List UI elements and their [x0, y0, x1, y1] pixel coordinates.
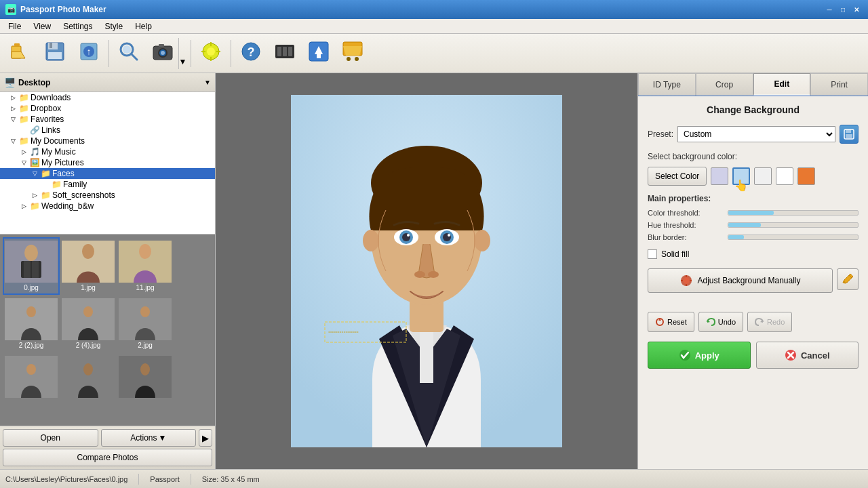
thumbnail-2[interactable]: 2.jpg: [117, 295, 174, 352]
compare-photos-button[interactable]: Compare Photos: [3, 449, 212, 466]
minimize-button[interactable]: ─: [823, 3, 835, 16]
open-button[interactable]: Open: [3, 429, 98, 447]
thumb-label-2-4: 2 (4).jpg: [76, 342, 101, 349]
thumbnail-3[interactable]: [3, 352, 60, 403]
thumbnail-0[interactable]: 0.jpg: [3, 237, 60, 295]
tree-item-downloads[interactable]: ▷ 📁 Downloads: [0, 92, 215, 103]
folder-icon-family: 📁: [52, 180, 62, 189]
thumbnail-4[interactable]: [60, 352, 117, 403]
menu-file[interactable]: File: [3, 20, 26, 33]
thumbnail-5[interactable]: [117, 352, 174, 403]
tree-item-favorites[interactable]: ▽ 📁 Favorites: [0, 114, 215, 125]
right-panel: ID Type Crop Edit Print Change Backgroun…: [637, 73, 868, 469]
enhance-icon: [200, 41, 222, 66]
blur-border-slider[interactable]: [728, 235, 859, 240]
redo-icon: [755, 317, 764, 327]
reset-button[interactable]: Reset: [648, 312, 694, 332]
menu-help[interactable]: Help: [130, 20, 157, 33]
tree-item-mypictures[interactable]: ▽ 🖼️ My Pictures: [0, 157, 215, 168]
maximize-button[interactable]: □: [837, 3, 849, 16]
upload-toolbar-button[interactable]: [303, 38, 334, 69]
solid-fill-row: Solid fill: [648, 249, 859, 259]
open-toolbar-button[interactable]: [5, 38, 37, 69]
adjust-bg-button[interactable]: Adjust Background Manually: [648, 268, 833, 293]
swatch-orange[interactable]: [797, 167, 815, 185]
redo-button[interactable]: Redo: [747, 312, 792, 332]
thumb-label-2-2: 2 (2).jpg: [19, 342, 44, 349]
folder-icon-faces: 📁: [41, 169, 51, 178]
svg-point-43: [82, 244, 94, 259]
status-bar: C:\Users\Lesley\Pictures\Faces\0.jpg Pas…: [0, 469, 868, 488]
swatch-lightblue[interactable]: 👆: [732, 167, 750, 185]
tab-edit[interactable]: Edit: [753, 73, 811, 96]
cart-icon: [342, 41, 363, 66]
panel-title: Change Background: [648, 104, 859, 115]
preset-save-button[interactable]: [840, 125, 859, 144]
svg-point-16: [161, 51, 165, 55]
thumbnail-11[interactable]: 11.jpg: [117, 237, 174, 295]
svg-text:••••••••••••••••: ••••••••••••••••: [328, 329, 359, 335]
camera-icon: [152, 41, 174, 66]
help-toolbar-button[interactable]: ?: [235, 38, 267, 69]
thumbnail-2-4[interactable]: 2 (4).jpg: [60, 295, 117, 352]
expand-icon: ▷: [33, 192, 39, 199]
camera-dropdown-button[interactable]: ▼: [178, 38, 186, 69]
apply-button[interactable]: Apply: [648, 342, 751, 369]
tree-item-dropbox[interactable]: ▷ 📁 Dropbox: [0, 103, 215, 114]
undo-button[interactable]: Undo: [698, 312, 743, 332]
svg-point-51: [140, 306, 150, 317]
menu-view[interactable]: View: [28, 20, 56, 33]
tab-print[interactable]: Print: [810, 73, 868, 96]
thumbnails-wrapper: 0.jpg 1.jpg: [0, 235, 215, 426]
pencil-button[interactable]: [837, 268, 859, 290]
adjust-bg-icon: [679, 274, 693, 287]
menu-style[interactable]: Style: [100, 20, 129, 33]
preset-select[interactable]: Custom White Light Blue Gray: [677, 126, 835, 142]
color-threshold-slider[interactable]: [728, 210, 859, 216]
save-toolbar-button[interactable]: [39, 38, 71, 69]
thumbnails-panel: 0.jpg 1.jpg: [0, 235, 215, 426]
blur-border-row: Blur border:: [648, 233, 859, 241]
actions-extra-button[interactable]: ▶: [199, 429, 212, 447]
thumbnail-1[interactable]: 1.jpg: [60, 237, 117, 295]
solid-fill-checkbox[interactable]: [648, 249, 657, 259]
hue-threshold-slider[interactable]: [728, 222, 859, 228]
swatch-lightgray[interactable]: [754, 167, 772, 185]
cancel-button[interactable]: Cancel: [756, 342, 859, 369]
toolbar: ↑ ▼: [0, 34, 868, 73]
cart-toolbar-button[interactable]: [337, 38, 368, 69]
close-button[interactable]: ✕: [850, 3, 863, 16]
actions-dropdown-icon: ▼: [158, 433, 166, 443]
tree-item-faces[interactable]: ▽ 📁 Faces: [0, 168, 215, 179]
folder-dropdown-button[interactable]: ▼: [204, 79, 211, 86]
main-content: 🖥️ Desktop ▼ ▷ 📁 Downloads ▷ 📁 Dropbox: [0, 73, 868, 469]
film-toolbar-button[interactable]: [269, 38, 300, 69]
tree-item-mymusic[interactable]: ▷ 🎵 My Music: [0, 146, 215, 157]
thumb-img-1: [62, 241, 115, 283]
camera-toolbar-button[interactable]: [147, 38, 178, 69]
app-icon: 📷: [5, 4, 16, 15]
tree-item-links[interactable]: 🔗 Links: [0, 125, 215, 136]
zoom-toolbar-button[interactable]: [113, 38, 144, 69]
tree-item-weddingbw[interactable]: ▷ 📁 Wedding_b&w: [0, 201, 215, 211]
svg-marker-34: [343, 46, 362, 56]
swatch-lavender[interactable]: [711, 167, 728, 185]
svg-point-38: [24, 245, 38, 261]
thumbnail-2-2[interactable]: 2 (2).jpg: [3, 295, 60, 352]
tree-item-family[interactable]: 📁 Family: [0, 179, 215, 190]
tab-crop[interactable]: Crop: [696, 73, 753, 96]
camera-toolbar-group: ▼: [147, 38, 186, 69]
tab-idtype[interactable]: ID Type: [638, 73, 696, 96]
svg-point-36: [355, 57, 359, 61]
actions-button[interactable]: Actions ▼: [101, 429, 197, 447]
enhance-toolbar-button[interactable]: [195, 38, 226, 69]
select-color-button[interactable]: Select Color: [648, 167, 707, 186]
tree-item-softscreenshots[interactable]: ▷ 📁 Soft_screenshots: [0, 190, 215, 201]
apply-icon: [679, 349, 691, 361]
status-size: Size: 35 x 45 mm: [202, 475, 260, 483]
folder-icon-mypictures: 🖼️: [30, 158, 40, 167]
menu-settings[interactable]: Settings: [58, 20, 98, 33]
swatch-white[interactable]: [776, 167, 793, 185]
export-toolbar-button[interactable]: ↑: [73, 38, 104, 69]
tree-item-mydocs[interactable]: ▽ 📁 My Documents: [0, 136, 215, 146]
